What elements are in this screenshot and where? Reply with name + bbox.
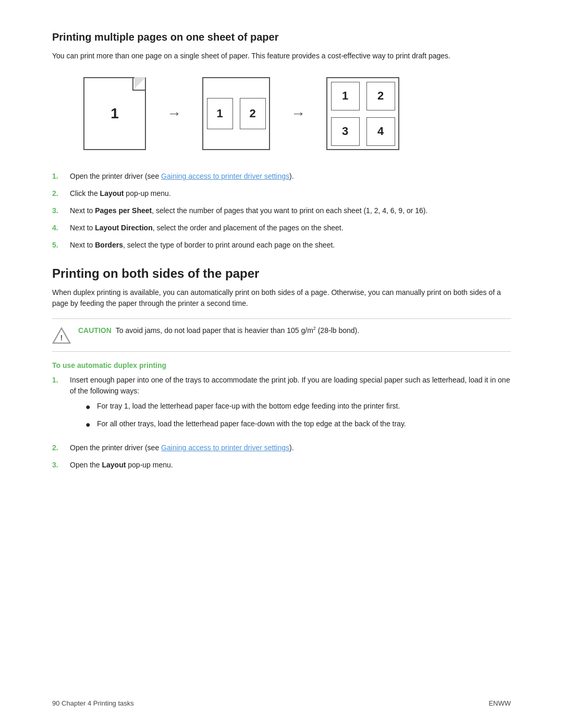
caution-box: ! CAUTIONTo avoid jams, do not load pape… [52, 318, 511, 352]
caution-label: CAUTION [78, 326, 112, 335]
step-4-bold: Layout Direction [95, 224, 152, 232]
s2-step-1: 1. Insert enough paper into one of the t… [52, 375, 511, 436]
diagram-quad-cell-4: 4 [366, 117, 395, 146]
step-5-text: Next to Borders, select the type of bord… [70, 240, 335, 251]
diagram-quad-page: 1 2 3 4 [326, 77, 399, 150]
step-5-num: 5. [52, 240, 63, 251]
step-4-text: Next to Layout Direction, select the ord… [70, 223, 344, 233]
step-2: 2. Click the Layout pop-up menu. [52, 188, 511, 199]
step-1-num: 1. [52, 171, 63, 182]
s2-step-2: 2. Open the printer driver (see Gaining … [52, 442, 511, 453]
step-2-num: 2. [52, 188, 63, 199]
s2-step-3-num: 3. [52, 460, 63, 471]
step-1-text: Open the printer driver (see Gaining acc… [70, 171, 294, 182]
s2-step-1-num: 1. [52, 375, 63, 436]
step-5-bold: Borders [95, 241, 123, 249]
section1-steps: 1. Open the printer driver (see Gaining … [52, 171, 511, 251]
diagram-area: 1 → 1 2 → 1 2 3 4 [83, 77, 511, 150]
caution-triangle-icon: ! [52, 326, 71, 345]
s2-step-2-text: Open the printer driver (see Gaining acc… [70, 442, 294, 453]
section1-title: Printing multiple pages on one sheet of … [52, 31, 511, 43]
step-4-num: 4. [52, 223, 63, 233]
s2-step-1-bullets: ● For tray 1, load the letterhead paper … [85, 401, 511, 431]
step-3-num: 3. [52, 205, 63, 216]
diagram-arrow: → [167, 105, 181, 122]
s2-step-2-num: 2. [52, 442, 63, 453]
s2-step-2-link[interactable]: Gaining access to printer driver setting… [161, 443, 289, 452]
step-3: 3. Next to Pages per Sheet, select the n… [52, 205, 511, 216]
diagram-quad-cell-3: 3 [331, 117, 360, 146]
diagram-arrow2: → [291, 105, 305, 122]
bullet-2-dot: ● [85, 418, 92, 431]
bullet-2-text: For all other trays, load the letterhead… [97, 418, 406, 431]
diagram-quad-cell-1: 1 [331, 82, 360, 110]
step-4: 4. Next to Layout Direction, select the … [52, 223, 511, 233]
section2-intro: When duplex printing is available, you c… [52, 287, 511, 309]
step-2-text: Click the Layout pop-up menu. [70, 188, 171, 199]
diagram-quad-cell-2: 2 [366, 82, 395, 110]
footer-right: ENWW [488, 699, 511, 707]
section1-intro: You can print more than one page on a si… [52, 51, 511, 61]
step-3-bold: Pages per Sheet [95, 206, 152, 215]
s2-step-3-text: Open the Layout pop-up menu. [70, 460, 173, 471]
diagram-single-page: 1 [83, 77, 146, 150]
s2-step-1-text: Insert enough paper into one of the tray… [70, 375, 511, 436]
section2-steps: 1. Insert enough paper into one of the t… [52, 375, 511, 471]
step-3-text: Next to Pages per Sheet, select the numb… [70, 205, 427, 216]
bullet-2: ● For all other trays, load the letterhe… [85, 418, 511, 431]
caution-text2: (28-lb bond). [316, 326, 359, 335]
s2-step-3: 3. Open the Layout pop-up menu. [52, 460, 511, 471]
svg-text:!: ! [60, 334, 63, 342]
footer-left: 90 Chapter 4 Printing tasks [52, 699, 134, 707]
bullet-1-text: For tray 1, load the letterhead paper fa… [97, 401, 400, 413]
caution-content: CAUTIONTo avoid jams, do not load paper … [78, 325, 359, 336]
step-2-bold: Layout [100, 189, 124, 198]
caution-text: To avoid jams, do not load paper that is… [116, 326, 313, 335]
diagram-double-cell-1: 1 [207, 98, 233, 129]
diagram-single-number: 1 [111, 105, 119, 122]
diagram-double-cell-2: 2 [240, 98, 266, 129]
step-5: 5. Next to Borders, select the type of b… [52, 240, 511, 251]
bullet-1: ● For tray 1, load the letterhead paper … [85, 401, 511, 413]
s2-step-3-bold: Layout [102, 461, 126, 469]
sub-heading-duplex: To use automatic duplex printing [52, 361, 511, 369]
diagram-double-page: 1 2 [202, 77, 270, 150]
section2-title: Printing on both sides of the paper [52, 266, 511, 281]
footer: 90 Chapter 4 Printing tasks ENWW [52, 699, 511, 707]
step-1: 1. Open the printer driver (see Gaining … [52, 171, 511, 182]
step-1-link[interactable]: Gaining access to printer driver setting… [161, 172, 289, 180]
bullet-1-dot: ● [85, 401, 92, 413]
